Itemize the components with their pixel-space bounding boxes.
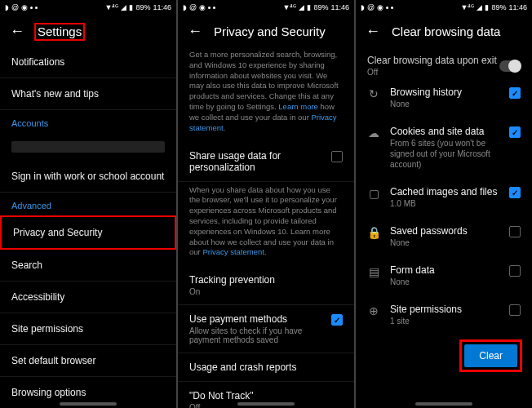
back-icon[interactable]: ← xyxy=(366,23,380,40)
checkbox-cache[interactable] xyxy=(509,187,521,198)
globe-icon: ⊕ xyxy=(367,304,380,317)
privacy-list[interactable]: Get a more personalized search, browsing… xyxy=(178,47,354,408)
page-title: Settings xyxy=(38,24,82,38)
checkbox-cookies[interactable] xyxy=(509,126,521,138)
form-icon: ▤ xyxy=(367,265,380,278)
row-payment[interactable]: Use payment methods Allow sites to check… xyxy=(178,305,354,353)
privacy-screen: ◗@◉ ▼⁴ᴳ◢▮89%11:46 ← Privacy and Security… xyxy=(178,0,354,408)
toggle-upon-exit[interactable] xyxy=(499,60,521,72)
app-bar: ← Clear browsing data xyxy=(356,15,532,47)
moon-icon: ◗ xyxy=(5,3,9,11)
clear-data-list[interactable]: Clear browsing data upon exit Off ↻ Brow… xyxy=(356,47,532,408)
clock: 11:46 xyxy=(153,3,171,11)
chat-icon: ◉ xyxy=(21,3,28,11)
home-indicator[interactable] xyxy=(415,402,472,406)
row-privacy-security[interactable]: Privacy and Security xyxy=(0,215,176,250)
row-site-permissions[interactable]: ⊕ Site permissions 1 site xyxy=(356,295,532,335)
section-advanced: Advanced xyxy=(0,193,176,215)
checkbox-history[interactable] xyxy=(509,87,521,99)
checkbox-formdata[interactable] xyxy=(509,265,521,277)
settings-list[interactable]: Notifications What's new and tips Accoun… xyxy=(0,47,176,408)
row-usage-crash[interactable]: Usage and crash reports xyxy=(178,353,354,382)
signal-icon: ◢ xyxy=(121,3,126,11)
row-cached[interactable]: ▢ Cached images and files 1.0 MB xyxy=(356,178,532,217)
page-title: Privacy and Security xyxy=(214,24,326,38)
learn-more-link[interactable]: Learn more xyxy=(278,102,318,111)
back-icon[interactable]: ← xyxy=(188,23,202,40)
row-upon-exit[interactable]: Clear browsing data upon exit Off xyxy=(356,47,532,78)
home-indicator[interactable] xyxy=(237,402,295,406)
row-formdata[interactable]: ▤ Form data None xyxy=(356,256,532,295)
row-signin-work[interactable]: Sign in with work or school account xyxy=(0,161,176,193)
history-icon: ↻ xyxy=(367,87,380,100)
row-browsing-history[interactable]: ↻ Browsing history None xyxy=(356,78,532,118)
row-whats-new[interactable]: What's new and tips xyxy=(0,78,176,110)
section-accounts: Accounts xyxy=(0,110,176,133)
row-notifications[interactable]: Notifications xyxy=(0,47,176,78)
home-indicator[interactable] xyxy=(60,402,117,406)
clear-button[interactable]: Clear xyxy=(464,344,517,367)
battery-icon: ▮ xyxy=(129,3,133,11)
personalize-description: Get a more personalized search, browsing… xyxy=(178,47,354,142)
row-account-redacted[interactable] xyxy=(11,141,165,153)
back-icon[interactable]: ← xyxy=(10,23,24,40)
at-icon: @ xyxy=(11,3,19,11)
checkbox-siteperm[interactable] xyxy=(509,304,521,316)
row-cookies[interactable]: ☁ Cookies and site data From 6 sites (yo… xyxy=(356,118,532,178)
status-bar: ◗ @ ◉ ▼⁴ᴳ ◢ ▮ 89% 11:46 xyxy=(0,0,176,15)
status-left: ◗ @ ◉ xyxy=(5,3,38,11)
image-icon: ▢ xyxy=(367,187,380,200)
status-right: ▼⁴ᴳ ◢ ▮ 89% 11:46 xyxy=(105,3,171,11)
checkbox-payment[interactable] xyxy=(331,314,343,326)
app-bar: ← Settings xyxy=(0,15,176,47)
row-search[interactable]: Search xyxy=(0,250,176,282)
highlight-settings: Settings xyxy=(34,23,85,41)
row-default-browser[interactable]: Set default browser xyxy=(0,345,176,377)
signal-icon: ▼⁴ᴳ xyxy=(105,3,119,11)
privacy-statement-link[interactable]: Privacy statement xyxy=(202,247,264,256)
lock-icon: 🔒 xyxy=(367,226,380,239)
status-bar: ◗@◉ ▼⁴ᴳ◢▮89%11:46 xyxy=(356,0,532,15)
row-passwords[interactable]: 🔒 Saved passwords None xyxy=(356,217,532,256)
battery-pct: 89% xyxy=(135,3,150,11)
checkbox-passwords[interactable] xyxy=(509,226,521,237)
page-title: Clear browsing data xyxy=(392,24,500,38)
app-bar: ← Privacy and Security xyxy=(178,15,354,47)
status-bar: ◗@◉ ▼⁴ᴳ◢▮89%11:46 xyxy=(178,0,354,15)
row-tracking[interactable]: Tracking prevention On xyxy=(178,266,354,305)
cookie-icon: ☁ xyxy=(367,126,380,140)
row-site-permissions[interactable]: Site permissions xyxy=(0,313,176,345)
checkbox-share-usage[interactable] xyxy=(331,151,343,162)
settings-screen: ◗ @ ◉ ▼⁴ᴳ ◢ ▮ 89% 11:46 ← Settings Notif… xyxy=(0,0,176,408)
row-share-usage[interactable]: Share usage data for personalization xyxy=(178,142,354,182)
clear-data-screen: ◗@◉ ▼⁴ᴳ◢▮89%11:46 ← Clear browsing data … xyxy=(356,0,532,408)
share-usage-description: When you share data about how you use th… xyxy=(178,182,354,267)
row-accessibility[interactable]: Accessibility xyxy=(0,282,176,313)
highlight-clear: Clear xyxy=(459,339,522,372)
